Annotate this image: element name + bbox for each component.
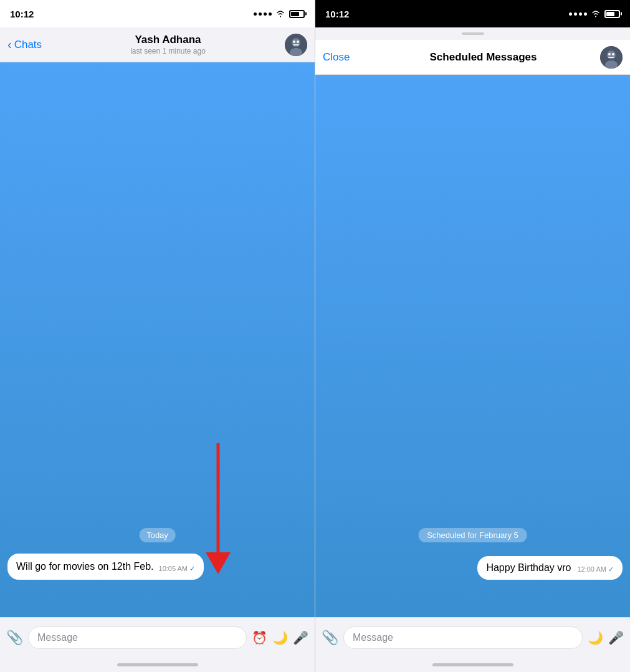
bubble-row: Will go for movies on 12th Feb. 10:05 AM… — [16, 560, 195, 574]
sheet-handle — [462, 32, 484, 35]
right-input-placeholder: Message — [353, 632, 393, 643]
rdot1 — [569, 12, 572, 16]
dot2 — [259, 12, 262, 16]
right-chat-area: Scheduled for February 5 Happy Birthday … — [315, 75, 630, 617]
right-wifi-icon — [591, 10, 601, 17]
sheet-handle-area — [315, 27, 630, 40]
microphone-icon[interactable]: 🎤 — [293, 630, 308, 645]
message-check: ✓ — [189, 565, 195, 572]
svg-point-4 — [297, 41, 299, 43]
rdot3 — [579, 12, 582, 16]
right-battery-fill — [606, 12, 614, 16]
rdot4 — [584, 12, 587, 16]
left-input-placeholder: Message — [37, 632, 78, 643]
battery-icon — [289, 10, 305, 18]
emoji-moon-icon[interactable]: 🌙 — [272, 630, 288, 645]
schedule-clock-icon[interactable]: ⏰ — [252, 630, 267, 645]
right-time-value: 12:00 AM — [577, 565, 606, 573]
left-status-bar: 10:12 — [0, 0, 315, 27]
message-time: 10:05 AM ✓ — [159, 564, 196, 574]
left-chat-area: Today Will go for movies on 12th Feb. 10… — [0, 62, 315, 617]
svg-point-3 — [293, 41, 295, 43]
right-bubble-row: Happy Birthday vro 12:00 AM ✓ — [486, 562, 614, 574]
dot3 — [264, 12, 267, 16]
avatar-image — [285, 34, 307, 56]
svg-point-12 — [612, 53, 614, 55]
svg-marker-7 — [206, 552, 231, 574]
right-message-check: ✓ — [608, 565, 614, 573]
time-value: 10:05 AM — [159, 565, 188, 572]
svg-rect-13 — [608, 57, 614, 58]
wifi-icon — [275, 10, 285, 17]
right-status-icons — [569, 10, 620, 18]
left-status-time: 10:12 — [10, 9, 34, 19]
left-status-icons — [254, 10, 305, 18]
nav-center: Yash Adhana last seen 1 minute ago — [51, 34, 285, 55]
right-home-indicator — [315, 657, 630, 672]
chevron-left-icon: ‹ — [7, 37, 12, 52]
rdot2 — [574, 12, 577, 16]
message-bubble[interactable]: Will go for movies on 12th Feb. 10:05 AM… — [7, 554, 204, 580]
right-battery-icon — [604, 10, 620, 18]
message-container: Will go for movies on 12th Feb. 10:05 AM… — [7, 554, 307, 580]
right-message-input[interactable]: Message — [343, 626, 583, 649]
right-input-bar: 📎 Message 🌙 🎤 — [315, 617, 630, 657]
svg-point-11 — [608, 53, 611, 55]
right-message-time: 12:00 AM ✓ — [577, 565, 614, 574]
back-label: Chats — [14, 39, 42, 51]
message-text: Will go for movies on 12th Feb. — [16, 560, 154, 574]
right-message-text: Happy Birthday vro — [486, 562, 571, 574]
right-nav-center: Scheduled Messages — [366, 51, 600, 64]
svg-rect-5 — [293, 44, 299, 46]
right-status-bar: 10:12 — [315, 0, 630, 27]
right-phone-panel: 10:12 Close Scheduled Messages — [315, 0, 630, 672]
battery-fill — [291, 12, 299, 16]
home-bar — [117, 663, 198, 666]
dot1 — [254, 12, 257, 16]
dot4 — [269, 12, 272, 16]
right-emoji-moon-icon[interactable]: 🌙 — [588, 630, 603, 645]
contact-avatar[interactable] — [285, 34, 307, 56]
attachment-icon[interactable]: 📎 — [6, 630, 23, 646]
date-label: Today — [139, 528, 176, 542]
left-input-bar: 📎 Message ⏰ 🌙 🎤 — [0, 617, 315, 657]
right-nav-bar: Close Scheduled Messages — [315, 40, 630, 75]
right-microphone-icon[interactable]: 🎤 — [608, 630, 624, 645]
back-button[interactable]: ‹ Chats — [7, 37, 51, 52]
chat-title: Yash Adhana — [135, 34, 201, 46]
left-nav-bar: ‹ Chats Yash Adhana last seen 1 minute a… — [0, 27, 315, 62]
right-message-container: Happy Birthday vro 12:00 AM ✓ — [477, 556, 623, 580]
red-arrow — [199, 443, 237, 583]
left-message-input[interactable]: Message — [28, 626, 247, 649]
close-button[interactable]: Close — [323, 51, 366, 64]
left-phone-panel: 10:12 ‹ Chats Yash — [0, 0, 315, 672]
right-home-bar — [432, 663, 513, 666]
right-contact-avatar[interactable] — [600, 46, 623, 69]
right-message-bubble[interactable]: Happy Birthday vro 12:00 AM ✓ — [477, 556, 623, 580]
right-attachment-icon[interactable]: 📎 — [322, 630, 338, 646]
scheduled-date-label: Scheduled for February 5 — [418, 528, 527, 542]
right-avatar-image — [600, 46, 623, 69]
left-home-indicator — [0, 657, 315, 672]
scheduled-messages-title: Scheduled Messages — [430, 51, 537, 64]
right-status-time: 10:12 — [325, 9, 349, 19]
signal-dots — [254, 12, 272, 16]
right-signal-dots — [569, 12, 587, 16]
chat-subtitle: last seen 1 minute ago — [130, 47, 206, 55]
